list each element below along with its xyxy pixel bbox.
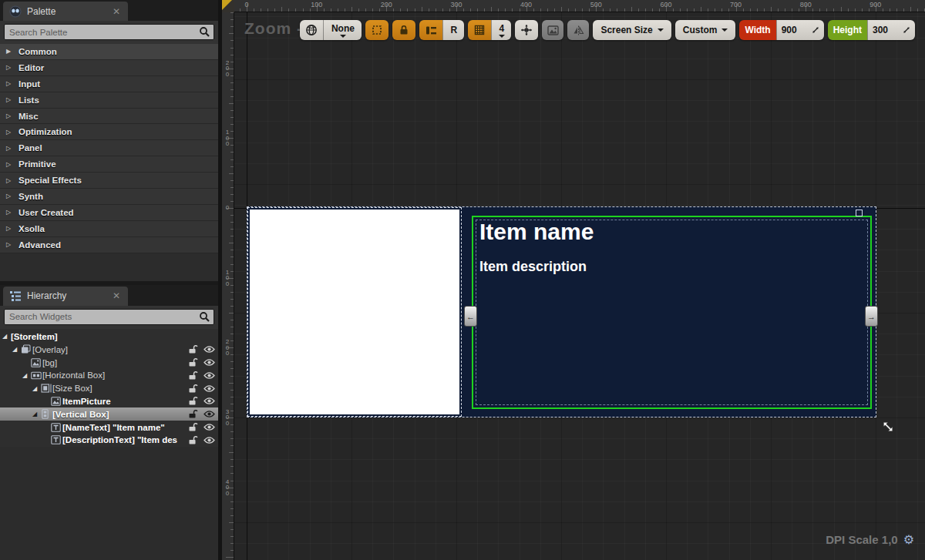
ruler-tick [230,361,234,362]
palette-category-user-created[interactable]: ▷ User Created [0,205,218,221]
item-name-text[interactable]: Item name [479,219,594,245]
visibility-toggle[interactable] [204,410,215,418]
close-icon[interactable]: ✕ [111,291,122,300]
lock-icon [399,25,409,35]
visibility-toggle[interactable] [204,371,215,380]
item-description-text[interactable]: Item description [479,259,587,275]
expander-icon[interactable]: ▶ [6,48,12,55]
hierarchy-row-overlay[interactable]: ◢ [Overlay] [0,343,218,356]
ruler-tick [229,313,234,314]
tab-hierarchy[interactable]: Hierarchy ✕ [3,287,128,306]
palette-category-primitive[interactable]: ▷ Primitive [0,156,218,173]
flow-direction-button[interactable] [419,20,442,40]
visibility-toggle[interactable] [204,384,215,393]
lock-toggle[interactable] [188,422,198,432]
height-input[interactable]: 300 [867,20,915,40]
ruler-tick [230,159,234,160]
close-icon[interactable]: ✕ [111,7,122,16]
hierarchy-row-nametext[interactable]: [NameText] "Item name" [0,421,218,434]
expander-icon[interactable]: ▷ [6,145,12,152]
expander-icon[interactable]: ▷ [6,225,12,232]
expander-icon[interactable]: ▷ [6,193,12,200]
expander-icon[interactable]: ◢ [2,333,11,340]
expander-icon[interactable]: ◢ [32,411,41,417]
ruler-tick [240,8,240,12]
hierarchy-row-bg[interactable]: [bg] [0,356,218,369]
mirror-preview-button[interactable] [567,20,589,40]
palette-category-advanced[interactable]: ▷ Advanced [0,237,218,253]
expander-icon[interactable]: ▷ [6,209,12,216]
palette-category-xsolla[interactable]: ▷ Xsolla [0,221,218,237]
lock-toggle[interactable] [188,435,198,445]
expander-icon[interactable]: ▷ [6,112,12,119]
visibility-toggle[interactable] [204,397,215,405]
grid-snapping-button[interactable] [468,20,491,40]
preview-language-dropdown[interactable]: None [323,20,362,40]
item-picture-image[interactable] [250,210,459,414]
grid-size-dropdown[interactable]: 4 [491,20,511,40]
expander-icon[interactable]: ▷ [6,177,12,184]
expander-icon[interactable]: ◢ [12,346,21,353]
palette-category-input[interactable]: ▷ Input [0,76,218,92]
hierarchy-row-size-box[interactable]: ◢ [Size Box] [0,382,218,395]
respect-locks-button[interactable] [392,20,415,40]
screen-size-dropdown[interactable]: Screen Size [593,20,671,40]
expander-icon[interactable]: ▷ [6,80,12,87]
localization-preview-button[interactable] [300,20,323,40]
ruler-tick [230,292,234,293]
hierarchy-row-descriptiontext[interactable]: [DescriptionText] "Item des [0,434,218,447]
expander-icon[interactable]: ▷ [6,161,12,168]
lock-toggle[interactable] [188,371,198,381]
expander-icon[interactable]: ▷ [6,96,12,103]
palette-category-lists[interactable]: ▷ Lists [0,92,218,109]
size-preset-dropdown[interactable]: Custom [675,20,736,40]
palette-category-synth[interactable]: ▷ Synth [0,189,218,205]
ruler-label: 500 [590,1,602,8]
design-canvas[interactable]: Zoom -1 None [234,12,925,560]
ruler-tick [631,7,632,12]
expander-icon[interactable]: ▷ [6,129,12,136]
visibility-toggle[interactable] [204,358,215,367]
palette-category-editor[interactable]: ▷ Editor [0,60,218,76]
palette-search-input[interactable] [4,24,214,40]
store-item-widget-preview[interactable]: Item name Item description ← → [247,206,876,417]
hierarchy-row-vertical-box[interactable]: ◢ [Vertical Box] [0,407,218,421]
ruler-tick [230,543,234,544]
horizontal-box-icon [31,371,42,380]
expander-icon[interactable]: ▷ [6,64,12,71]
transform-mode-button[interactable] [515,20,538,40]
hierarchy-row-itempicture[interactable]: ItemPicture [0,395,218,408]
resize-handle-corner[interactable] [856,210,863,216]
visibility-toggle[interactable] [204,436,215,444]
palette-category-common[interactable]: ▶ Common [0,44,218,60]
lock-toggle[interactable] [188,344,198,354]
palette-category-optimization[interactable]: ▷ Optimization [0,124,218,140]
expander-icon[interactable]: ▷ [6,241,12,248]
expander-icon[interactable]: ◢ [32,385,41,392]
hierarchy-row-horizontal-box[interactable]: ◢ [Horizontal Box] [0,369,218,382]
lock-toggle[interactable] [188,409,198,419]
resize-handle-left[interactable]: ← [464,306,477,327]
width-input[interactable]: 900 [776,20,824,40]
ruler-tick [547,8,548,12]
palette-category-misc[interactable]: ▷ Misc [0,109,218,125]
lock-toggle[interactable] [188,384,198,394]
resize-handle-right[interactable]: → [865,306,878,327]
ruler-tick [230,368,234,369]
preview-background-button[interactable] [542,20,563,40]
hierarchy-row-storeitem[interactable]: ◢ [StoreItem] [0,330,218,344]
ruler-tick [687,8,688,12]
visibility-toggle[interactable] [204,345,215,354]
expander-icon[interactable]: ◢ [22,372,31,379]
visibility-toggle[interactable] [204,423,215,431]
flow-direction-rtl-button[interactable]: R [442,20,464,40]
gear-icon[interactable]: ⚙ [903,534,914,546]
toggle-outlines-button[interactable] [365,20,388,40]
hierarchy-search-input[interactable] [4,309,214,325]
tab-palette[interactable]: Palette ✕ [3,2,128,21]
lock-toggle[interactable] [188,396,198,406]
palette-category-special-effects[interactable]: ▷ Special Effects [0,173,218,189]
vertical-box-selection[interactable]: Item name Item description [472,216,872,409]
lock-toggle[interactable] [188,357,198,367]
palette-category-panel[interactable]: ▷ Panel [0,140,218,156]
